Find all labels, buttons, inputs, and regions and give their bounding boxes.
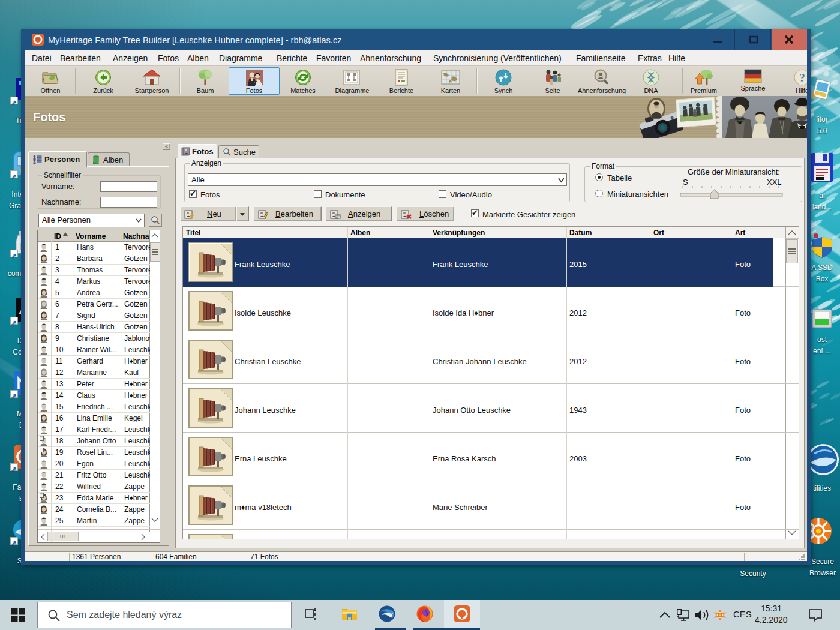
svg-text:?: ? <box>799 71 805 84</box>
